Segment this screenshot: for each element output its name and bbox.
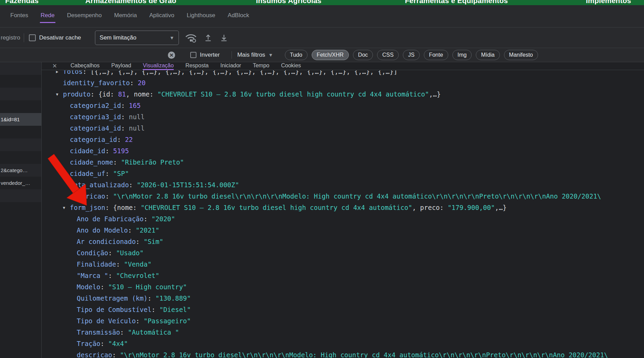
json-string: "179.900,00" [448,204,495,211]
tree-row[interactable]: ▸fotos: [{,…}, {,…}, {,…}, {,…}, {,…}, {… [42,70,644,77]
preview-tree: ▸fotos: [{,…}, {,…}, {,…}, {,…}, {,…}, {… [42,70,644,358]
tree-row[interactable]: categoria2_id: 165 [42,100,644,111]
tree-row[interactable]: cidade_uf: "SP" [42,168,644,179]
detail-tab-resposta[interactable]: Resposta [185,62,209,70]
site-nav-item[interactable]: Insumos Agrícolas [256,0,322,5]
request-row[interactable]: vendedor_… [0,177,41,189]
panel-tab-memória[interactable]: Memória [108,5,143,27]
json-key: identity_favorito [63,79,130,87]
tree-row[interactable]: ▾produto: {id: 81, nome: "CHEVROLET S10 … [42,89,644,100]
tree-row[interactable]: Ano do Modelo: "2021" [42,225,644,236]
panel-tab-rede[interactable]: Rede [34,5,61,27]
json-key: descricao [70,192,105,200]
filter-pill-fetch-xhr[interactable]: Fetch/XHR [312,50,349,60]
tree-row[interactable]: Ar condicionado: "Sim" [42,236,644,247]
json-key: categoria2_id [70,102,121,109]
panel-tab-lighthouse[interactable]: Lighthouse [181,5,222,27]
preview-viewport[interactable]: ▸fotos: [{,…}, {,…}, {,…}, {,…}, {,…}, {… [42,70,644,358]
tree-row[interactable]: Ano de Fabricação: "2020" [42,213,644,225]
request-row[interactable] [0,62,41,75]
json-string: "130.889" [155,294,191,302]
json-key: Transmissão [77,328,120,336]
tree-row[interactable]: Quilometragem (km): "130.889" [42,293,644,304]
tree-row[interactable]: Tração: "4x4" [42,338,644,349]
tree-row[interactable]: Condição: "Usado" [42,247,644,259]
request-row[interactable] [0,126,41,138]
filter-pill-js[interactable]: JS [403,50,420,60]
filter-pill-manifesto[interactable]: Manifesto [504,50,538,60]
tree-row[interactable]: Finalidade: "Venda" [42,259,644,270]
tree-row[interactable]: Transmissão: "Automática " [42,327,644,338]
network-conditions-icon[interactable] [185,33,197,43]
filter-pill-fonte[interactable]: Fonte [424,50,448,60]
json-key: descricao [77,351,112,358]
tree-row[interactable]: Modelo: "S10 – High country" [42,281,644,293]
request-row[interactable] [0,189,41,202]
json-key: Condição [77,249,108,257]
panel-tab-fontes[interactable]: Fontes [4,5,34,27]
json-string: "Passageiro" [143,317,191,325]
tree-row[interactable]: categoria_id: 22 [42,134,644,145]
request-detail-panel: × CabeçalhosPayloadVisualizaçãoRespostaI… [42,62,644,358]
invert-checkbox[interactable] [190,52,196,58]
throttling-dropdown[interactable]: Sem limitação ▼ [95,31,179,45]
panel-tab-desempenho[interactable]: Desempenho [61,5,108,27]
json-punctuation: {nome: [113,204,141,211]
tree-row[interactable]: ▾form_json: {nome: "CHEVROLET S10 – 2.8 … [42,202,644,213]
panel-tab-aplicativo[interactable]: Aplicativo [143,5,181,27]
detail-tab-tempo[interactable]: Tempo [253,62,269,70]
filter-pill-css[interactable]: CSS [377,50,399,60]
detail-tab-cookies[interactable]: Cookies [281,62,301,70]
json-number: 22 [125,136,133,143]
request-row[interactable] [0,100,41,113]
detail-tab-cabeçalhos[interactable]: Cabeçalhos [71,62,100,70]
tree-row[interactable]: identity_favorito: 20 [42,77,644,89]
tree-row[interactable]: descricao: "\r\nMotor 2.8 16v turbo dies… [42,191,644,202]
tree-row[interactable]: categoria3_id: null [42,111,644,123]
site-nav-item[interactable]: Armazenamentos de Grão [85,0,176,5]
filter-pill-m-dia[interactable]: Mídia [476,50,500,60]
detail-tab-visualização[interactable]: Visualização [143,62,174,70]
json-key: Modelo [77,283,100,291]
more-filters-label[interactable]: Mais filtros [237,52,265,58]
tree-row[interactable]: "Marca ": "Chevrolet" [42,270,644,281]
request-row[interactable] [0,88,41,100]
filter-pill-doc[interactable]: Doc [353,50,373,60]
close-icon[interactable]: × [51,63,58,69]
tree-row[interactable]: Tipo de Combustível: "Diesel" [42,304,644,315]
json-punctuation: : [117,136,125,143]
json-string: "Chevrolet" [116,272,159,279]
json-key: fotos [63,70,83,75]
import-har-icon[interactable] [204,33,213,42]
panel-tab-adblock[interactable]: AdBlock [222,5,255,27]
detail-tab-iniciador[interactable]: Iniciador [220,62,241,70]
disable-cache-checkbox[interactable] [29,34,36,41]
site-nav-item[interactable]: Ferramentas e Equipamentos [405,0,508,5]
json-punctuation: : [105,147,113,155]
tree-row[interactable]: Tipo de Veículo: "Passageiro" [42,315,644,327]
tree-row[interactable]: data_atualizado: "2026-01-15T15:51:54.00… [42,179,644,191]
site-nav-item[interactable]: Fazendas [5,0,39,5]
request-row[interactable]: 2&catego… [0,164,41,177]
request-row[interactable]: 1&id=81 [0,113,41,126]
request-row[interactable] [0,75,41,88]
tree-row[interactable]: descricao: "\r\nMotor 2.8 16v turbo dies… [42,349,644,358]
filter-pill-img[interactable]: Img [452,50,472,60]
filter-input[interactable] [0,50,168,60]
expanded-arrow-icon[interactable]: ▾ [55,89,59,100]
tree-row[interactable]: categoria4_id: null [42,123,644,134]
request-row[interactable] [0,151,41,164]
tree-row[interactable]: cidade_nome: "Ribeirão Preto" [42,157,644,168]
collapsed-arrow-icon[interactable]: ▸ [55,70,59,77]
json-key: Tipo de Veículo [77,317,136,325]
expanded-arrow-icon[interactable]: ▾ [62,202,66,213]
tree-row[interactable]: cidade_id: 5195 [42,145,644,157]
filter-pill-tudo[interactable]: Tudo [285,50,308,60]
site-nav-item[interactable]: Implementos [586,0,631,5]
json-punctuation: : [108,272,116,279]
request-row[interactable] [0,138,41,151]
json-string: "Automática " [128,328,179,336]
clear-filter-icon[interactable]: ✕ [168,52,175,59]
detail-tab-payload[interactable]: Payload [111,62,131,70]
export-har-icon[interactable] [219,33,228,42]
